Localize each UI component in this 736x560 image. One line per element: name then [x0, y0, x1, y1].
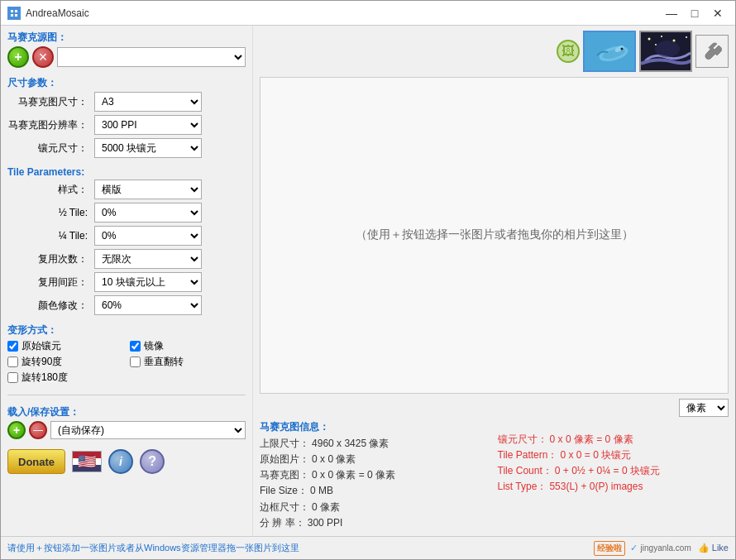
dolphin-image [585, 32, 634, 70]
status-logo: 经验啦 ✓ jingyanla.com 👍 Like [594, 541, 729, 556]
canvas-area[interactable]: （使用＋按钮选择一张图片或者拖曳你的相片到这里） [260, 77, 729, 394]
add-source-button[interactable]: + [7, 46, 29, 68]
border-value: 0 像素 [312, 501, 340, 513]
tile-size-info: 镶元尺寸： 0 x 0 像素 = 0 像素 [498, 432, 729, 448]
load-save-row: + — (自动保存) [7, 421, 246, 439]
svg-point-11 [648, 38, 651, 41]
style-label: 样式： [7, 183, 94, 197]
info-button[interactable]: i [108, 449, 133, 474]
source-combo[interactable] [57, 47, 246, 67]
logo-badge: 经验啦 [594, 541, 625, 556]
tile-size-select[interactable]: 5000 块镶元 [94, 138, 202, 158]
reuse-gap-label: 复用间距： [7, 275, 94, 290]
original-label: 原始镶元 [22, 339, 61, 353]
logo-domain: jingyanla.com [641, 543, 691, 553]
tools-button[interactable] [695, 35, 729, 68]
status-text: 请使用＋按钮添加一张图片或者从Windows资源管理器拖一张图片到这里 [7, 542, 299, 554]
reuse-gap-row: 复用间距： 10 块镶元以上 [7, 272, 246, 292]
remove-icon: × [39, 50, 48, 65]
unit-select[interactable]: 像素 [679, 399, 729, 417]
remove-source-button[interactable]: × [32, 46, 54, 68]
minimize-button[interactable]: — [661, 5, 682, 22]
mosaic-res-label: 马赛克图分辨率： [7, 118, 94, 132]
autosave-combo[interactable]: (自动保存) [50, 421, 246, 439]
list-type-label: List Type： [498, 481, 547, 492]
photo-icon: 🖼 [562, 44, 575, 59]
resolution-value: 300 PPI [308, 517, 343, 529]
transform-section: 变形方式： 原始镶元 镜像 旋转90度 [7, 323, 246, 385]
original-checkbox[interactable] [7, 341, 18, 352]
rotate180-checkbox[interactable] [7, 372, 18, 383]
main-window: AndreaMosaic — □ ✕ 马赛克源图： + × [0, 0, 736, 560]
mosaic-info-panel: 马赛克图信息： 上限尺寸： 4960 x 3425 像素 原始图片： 0 x 0… [260, 420, 491, 531]
statusbar: 请使用＋按钮添加一张图片或者从Windows资源管理器拖一张图片到这里 经验啦 … [1, 536, 735, 559]
tile-size-label: 镶元尺寸： [7, 141, 94, 156]
thumbnail-starry[interactable] [639, 31, 692, 72]
filesize-label: File Size： [260, 485, 308, 496]
color-adjust-select[interactable]: 60% [94, 295, 202, 315]
app-title: AndreaMosaic [26, 7, 661, 19]
half-tile-label: ½ Tile: [7, 207, 94, 218]
transform-vflip: 垂直翻转 [130, 355, 246, 369]
mosaic-source-section: 马赛克源图： + × [7, 31, 246, 71]
filesize-value: 0 MB [310, 485, 333, 496]
transform-mirror: 镜像 [130, 339, 246, 353]
flag-button[interactable]: 🇺🇸 [72, 451, 102, 472]
svg-point-14 [686, 36, 687, 38]
add-preset-button[interactable]: + [7, 421, 26, 439]
svg-point-9 [621, 48, 624, 50]
mosaic-res-row: 马赛克图分辨率： 300 PPI [7, 115, 246, 135]
style-select[interactable]: 横版 [94, 179, 202, 199]
tile-size-info-value: 0 x 0 像素 = 0 像素 [550, 433, 633, 445]
reuse-gap-select[interactable]: 10 块镶元以上 [94, 272, 202, 292]
divider [7, 395, 246, 395]
reuse-count-select[interactable]: 无限次 [94, 249, 202, 269]
style-row: 样式： 横版 [7, 179, 246, 199]
original-size-value: 0 x 0 像素 [312, 453, 356, 465]
rotate180-label: 旋转180度 [22, 371, 68, 385]
size-params-label: 尺寸参数： [7, 76, 246, 90]
border-label: 边框尺寸： [260, 501, 309, 513]
mosaic-size-select[interactable]: A3 [94, 92, 202, 112]
load-save-section: 载入/保存设置： + — (自动保存) [7, 405, 246, 444]
mosaic-size-info-value: 0 x 0 像素 = 0 像素 [312, 469, 395, 481]
max-size-label: 上限尺寸： [260, 438, 309, 449]
donate-row: Donate 🇺🇸 i ? [7, 449, 246, 474]
maximize-button[interactable]: □ [684, 5, 705, 22]
info-filesize: File Size： 0 MB [260, 483, 491, 499]
tile-pattern-value: 0 x 0 = 0 块镶元 [560, 449, 631, 461]
mirror-checkbox[interactable] [130, 341, 141, 352]
checkmark-icon: ✓ [630, 543, 638, 553]
canvas-hint: （使用＋按钮选择一张图片或者拖曳你的相片到这里） [356, 227, 633, 242]
close-button[interactable]: ✕ [707, 5, 729, 22]
svg-point-12 [661, 36, 662, 37]
half-tile-select[interactable]: 0% [94, 203, 202, 223]
mosaic-info-title: 马赛克图信息： [260, 420, 491, 434]
tile-size-info-label: 镶元尺寸： [498, 433, 547, 445]
remove-preset-button[interactable]: — [29, 421, 47, 439]
transform-label: 变形方式： [7, 323, 246, 337]
svg-rect-0 [9, 8, 19, 18]
like-icon: 👍 Like [698, 543, 729, 553]
mosaic-res-select[interactable]: 300 PPI [94, 115, 202, 135]
mosaic-source-label: 马赛克源图： [7, 31, 246, 45]
thumbnail-dolphin[interactable] [583, 31, 636, 72]
rotate90-label: 旋转90度 [22, 355, 62, 369]
half-tile-row: ½ Tile: 0% [7, 203, 246, 223]
original-size-label: 原始图片： [260, 453, 309, 465]
toolbar-row: 🖼 [260, 31, 729, 72]
starry-image [641, 32, 691, 70]
size-params-section: 尺寸参数： 马赛克图尺寸： A3 马赛克图分辨率： 300 PPI 镶元尺寸： [7, 76, 246, 161]
donate-button[interactable]: Donate [7, 449, 65, 474]
vflip-checkbox[interactable] [130, 357, 141, 367]
quarter-tile-select[interactable]: 0% [94, 226, 202, 246]
list-type-value: 553(L) + 0(P) images [549, 481, 643, 492]
transform-rotate180: 旋转180度 [7, 371, 123, 385]
titlebar: AndreaMosaic — □ ✕ [1, 1, 735, 26]
help-button[interactable]: ? [140, 449, 165, 474]
max-size-value: 4960 x 3425 像素 [312, 438, 389, 449]
rotate90-checkbox[interactable] [7, 357, 18, 367]
tile-size-row: 镶元尺寸： 5000 块镶元 [7, 138, 246, 158]
tile-count-value: 0 + 0½ + 0¼ = 0 块镶元 [555, 465, 660, 476]
tile-info-panel: 镶元尺寸： 0 x 0 像素 = 0 像素 Tile Pattern： 0 x … [498, 420, 729, 531]
